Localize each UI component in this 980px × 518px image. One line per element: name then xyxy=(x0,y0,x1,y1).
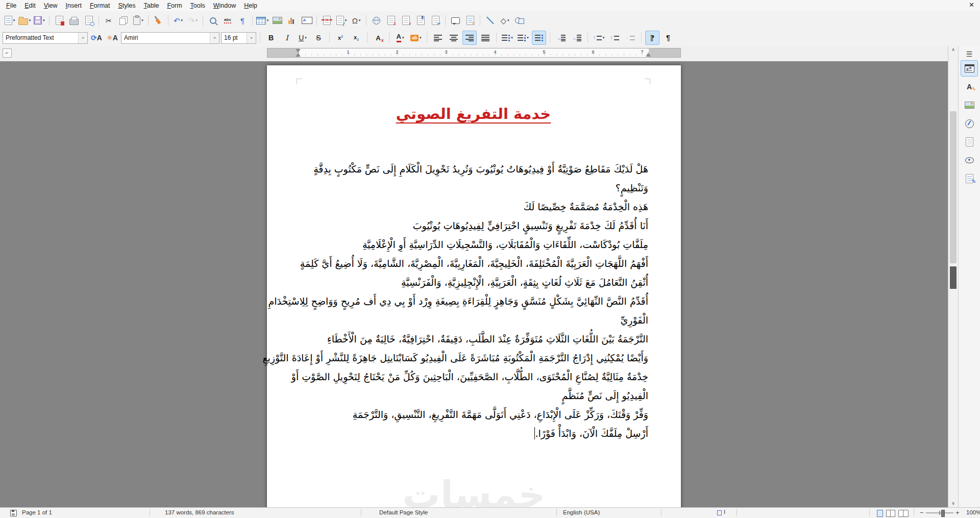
text-line[interactable]: أَنَا أُقَدِّمُ لَكَ خِدْمَةَ تَفْرِيغٍ … xyxy=(282,216,648,235)
font-color-button[interactable]: A▾ xyxy=(393,31,407,45)
line-spacing-button[interactable]: ↑▾ xyxy=(592,31,606,45)
text-line[interactable]: أَفْهَمُ اللَّهَجَاتِ الْعَرَبِيَّةَ الْ… xyxy=(282,254,648,273)
text-line[interactable]: أُقَدِّمُ النَّصَّ النِّهَائِيَّ بِشَكْل… xyxy=(282,292,648,311)
word-count[interactable]: 137 words, 869 characters xyxy=(165,509,234,515)
sidebar-tab-page[interactable] xyxy=(961,134,978,150)
undo-button[interactable]: ↶▾ xyxy=(171,13,185,28)
document-body[interactable]: هَلْ لَدَيْكَ مَقَاطِعُ صَوْتِيَّةٌ أَوْ… xyxy=(282,160,648,443)
special-character-button[interactable]: Ω▾ xyxy=(349,13,363,28)
left-to-right-button[interactable]: ¶ xyxy=(661,31,675,45)
copy-button[interactable] xyxy=(116,13,131,28)
insert-comment-button[interactable] xyxy=(448,13,462,28)
subscript-button[interactable]: x2 xyxy=(349,31,363,45)
print-preview-button[interactable] xyxy=(82,13,96,28)
unordered-list-button[interactable]: ▾ xyxy=(500,31,514,45)
highlight-color-button[interactable]: ab▾ xyxy=(409,31,423,45)
paste-button[interactable]: ▾ xyxy=(131,13,145,28)
right-indent-marker[interactable] xyxy=(646,50,651,57)
text-language[interactable]: English (USA) xyxy=(563,509,600,515)
new-document-button[interactable]: ▾ xyxy=(3,13,17,28)
text-line[interactable]: وَتَنْظِيمٍ؟ xyxy=(282,179,648,198)
combo-arrow-icon[interactable]: ˅ xyxy=(247,33,256,43)
menu-view[interactable]: View xyxy=(40,1,62,10)
selection-mode-icon[interactable]: I xyxy=(717,510,726,516)
insert-field-button[interactable]: ƒ▾ xyxy=(334,13,349,28)
menu-tools[interactable]: Tools xyxy=(186,1,209,10)
align-left-button[interactable] xyxy=(431,31,445,45)
paragraph-style-combobox[interactable]: Preformatted Text˅ xyxy=(3,32,88,44)
ordered-list-button[interactable]: ▾ xyxy=(516,31,530,45)
text-line[interactable]: أَرْسِلْ مِلَفَّكَ الْآنَ، وَابْدَأْ فَو… xyxy=(282,424,648,443)
bold-button[interactable]: B xyxy=(264,31,278,45)
cross-reference-button[interactable]: ↵ xyxy=(428,13,443,28)
tab-stop-selector[interactable]: ⌐ xyxy=(3,48,12,58)
superscript-button[interactable]: x2 xyxy=(333,31,348,45)
align-right-button[interactable] xyxy=(462,31,477,45)
text-line[interactable]: مِلَفَّاتِ بُودْكَاسْت، اللِّقَاءَاتِ وَ… xyxy=(282,235,648,254)
align-center-button[interactable] xyxy=(447,31,461,45)
insert-bookmark-button[interactable] xyxy=(413,13,428,28)
text-line[interactable]: أُتْقِنُ التَّعَامُلَ مَعَ ثَلَاثِ لُغَا… xyxy=(282,273,648,292)
scroll-down-icon[interactable]: ∨ xyxy=(948,500,958,508)
clone-formatting-button[interactable] xyxy=(151,13,165,28)
zoom-in-icon[interactable]: + xyxy=(955,509,960,516)
scrollbar-marker[interactable] xyxy=(950,266,957,289)
align-justify-button[interactable] xyxy=(478,31,493,45)
combo-arrow-icon[interactable]: ˅ xyxy=(78,33,87,43)
italic-button[interactable]: I xyxy=(280,31,294,45)
zoom-out-icon[interactable]: − xyxy=(920,509,924,516)
decrease-paragraph-spacing-button[interactable]: ↓ xyxy=(623,31,638,45)
save-button[interactable]: ▾ xyxy=(32,13,46,28)
menu-insert[interactable]: Insert xyxy=(62,1,86,10)
text-line[interactable]: الْفِيدِيُو إِلَى نَصٍّ مُنَظَّمٍ xyxy=(282,386,648,405)
scrollbar-thumb[interactable] xyxy=(950,111,957,263)
underline-button[interactable]: U▾ xyxy=(296,31,310,45)
insert-hyperlink-button[interactable] xyxy=(369,13,383,28)
menu-table[interactable]: Table xyxy=(140,1,163,10)
find-replace-button[interactable] xyxy=(206,13,220,28)
text-line[interactable]: الْفَوْرِيِّ xyxy=(282,311,648,330)
font-name-combobox[interactable]: Amiri˅ xyxy=(121,32,219,44)
sidebar-settings-icon[interactable]: ☰ xyxy=(966,50,973,58)
menu-edit[interactable]: Edit xyxy=(20,1,40,10)
book-view-icon[interactable] xyxy=(898,510,909,517)
cut-button[interactable]: ✂ xyxy=(102,13,116,28)
left-indent-marker[interactable] xyxy=(296,51,301,57)
open-file-button[interactable]: ▾ xyxy=(17,13,32,28)
font-size-combobox[interactable]: 16 pt˅ xyxy=(221,32,256,44)
new-style-button[interactable]: ✳A xyxy=(105,31,119,45)
combo-arrow-icon[interactable]: ˅ xyxy=(210,33,219,43)
menu-help[interactable]: Help xyxy=(240,1,261,10)
insert-image-button[interactable] xyxy=(270,13,284,28)
spelling-button[interactable]: abc xyxy=(220,13,235,28)
menu-format[interactable]: Format xyxy=(86,1,114,10)
document-title[interactable]: خدمة التفريغ الصوتي xyxy=(299,105,648,122)
insert-line-button[interactable] xyxy=(483,13,497,28)
increase-indent-button[interactable]: → xyxy=(554,31,568,45)
insert-footnote-button[interactable]: 1 xyxy=(384,13,398,28)
export-pdf-button[interactable] xyxy=(52,13,66,28)
horizontal-ruler[interactable]: 1 2 3 4 5 6 7 xyxy=(267,48,681,58)
formatting-marks-button[interactable]: ¶ xyxy=(235,13,250,28)
insert-textbox-button[interactable]: A xyxy=(300,13,314,28)
sidebar-tab-navigator[interactable] xyxy=(961,115,978,132)
close-window-icon[interactable]: ✕ xyxy=(969,1,974,9)
text-line[interactable]: هَلْ لَدَيْكَ مَقَاطِعُ صَوْتِيَّةٌ أَوْ… xyxy=(282,160,648,179)
insert-endnote-button[interactable]: i xyxy=(399,13,413,28)
page-style[interactable]: Default Page Style xyxy=(379,509,428,515)
text-line[interactable]: خِدْمَةٌ مِثَالِيَّةٌ لِصُنَّاعِ الْمُحْ… xyxy=(282,367,648,386)
scroll-up-icon[interactable]: ∧ xyxy=(948,46,958,54)
save-status-icon[interactable] xyxy=(10,510,17,516)
multi-page-view-icon[interactable] xyxy=(886,510,895,517)
menu-form[interactable]: Form xyxy=(163,1,186,10)
sidebar-tab-style-inspector[interactable] xyxy=(961,152,978,168)
update-style-button[interactable]: ⟳A xyxy=(89,31,104,45)
redo-button[interactable]: ↷▾ xyxy=(186,13,200,28)
zoom-level[interactable]: 100% xyxy=(966,509,980,515)
sidebar-tab-styles[interactable]: A✎ xyxy=(961,79,978,95)
basic-shapes-button[interactable]: ◇▾ xyxy=(498,13,512,28)
clear-formatting-button[interactable]: Ax xyxy=(371,31,385,45)
single-page-view-icon[interactable] xyxy=(877,510,883,517)
page-count[interactable]: Page 1 of 1 xyxy=(22,509,52,515)
track-changes-button[interactable]: ✎ xyxy=(463,13,477,28)
